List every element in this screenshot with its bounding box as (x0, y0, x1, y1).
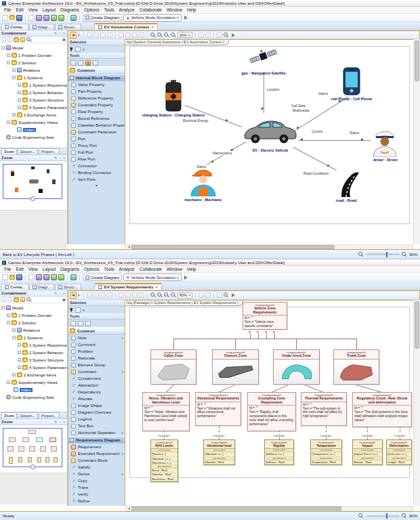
tree-item-supplementary-views[interactable]: +Supplementary Views (0, 118, 67, 126)
dock-tab-containment[interactable]: Conta... (1, 284, 28, 290)
tree-item-code-engineering-sets[interactable]: Code Engineering Sets (0, 393, 67, 401)
palette-item-rationale[interactable]: Rationale (68, 355, 125, 362)
palette-item-abstraction[interactable]: ↗Abstraction (68, 382, 125, 389)
menu-analyze[interactable]: Analyze (119, 267, 135, 272)
favorites-icon[interactable] (20, 37, 25, 42)
palette-more-icon[interactable]: ▼ (68, 183, 125, 188)
constraint-temperature[interactable]: «constraint» Temperature constraints {Te… (310, 439, 342, 465)
tree-item-relations[interactable]: +Relations (0, 66, 67, 74)
palette-item-constraint-property[interactable]: Constraint Property (68, 102, 125, 108)
cursor-icon[interactable] (70, 47, 74, 52)
palette-item-binding-connector[interactable]: ↗Binding Connector (68, 169, 125, 176)
tree-item-system-structure[interactable]: +3 System Structure (0, 96, 67, 104)
menu-window[interactable]: Window (167, 267, 182, 272)
title-bar[interactable]: Cameo Enterprise Architecture 19.0 - EV_… (0, 0, 420, 7)
req-vibrational-requirements[interactable]: «requirement» Vibrational Requirements I… (195, 392, 241, 426)
scroll-left-icon[interactable] (126, 506, 131, 511)
cut-icon[interactable] (36, 15, 42, 21)
menu-view[interactable]: View (28, 7, 38, 12)
zoom-in-icon[interactable] (150, 32, 156, 38)
settings-gear-icon[interactable] (217, 292, 222, 298)
menu-help[interactable]: Help (187, 267, 196, 272)
palette-item-problem[interactable]: Problem (68, 348, 125, 355)
tree-item-exchange-items[interactable]: +2 Exchange Items (0, 371, 67, 378)
req-crumpling-zone[interactable]: «requirement» Crumpling Zone Requirement… (247, 392, 296, 431)
print-icon[interactable] (28, 15, 35, 21)
dock-tab-containment[interactable]: Conta... (1, 24, 28, 30)
dock-tab-diagrams[interactable]: Diagr... (29, 24, 54, 30)
palette-item-satisfy[interactable]: ↗Satisfy (68, 464, 125, 471)
palette-item-trace[interactable]: ↗Trace (68, 484, 125, 491)
menu-diagrams[interactable]: Diagrams (60, 267, 79, 272)
zoom-level-select[interactable]: 80%▾ (177, 292, 192, 299)
palette-item-verify[interactable]: ↗Verify (68, 491, 125, 498)
palette-item-allocate[interactable]: ↗Allocate (68, 395, 125, 402)
copy-icon[interactable] (43, 15, 49, 21)
vertical-scrollbar[interactable] (413, 39, 420, 244)
tab-properties[interactable]: Propert... (39, 148, 60, 154)
zoom-out-icon[interactable] (358, 252, 364, 257)
layout-icon[interactable] (93, 32, 99, 38)
magnet-tool-icon[interactable] (78, 321, 83, 326)
tree-item-systems[interactable]: −1 Systems (0, 334, 67, 341)
node-charging-station[interactable] (164, 79, 183, 114)
tree-item-problem-domain[interactable]: +1 Problem Domain (0, 51, 67, 59)
palette-item-full-port[interactable]: Full Port (68, 149, 125, 156)
palette-item-derive[interactable]: ↗Derive▾ (68, 471, 125, 477)
show-diagrams-icon[interactable] (87, 292, 92, 298)
cursor-icon[interactable] (70, 307, 74, 313)
align-icon[interactable] (132, 32, 138, 38)
print-icon[interactable] (28, 274, 35, 280)
zoom-out-icon[interactable] (157, 32, 163, 38)
gear-icon[interactable]: ✱ (62, 37, 66, 42)
palette-item-extended-requirement[interactable]: Extended Requirement▾ (68, 450, 125, 457)
zoom-slider[interactable] (366, 253, 400, 255)
node-gps-satellite[interactable] (249, 45, 278, 71)
dock-tab-diagrams[interactable]: Diagr... (29, 284, 54, 290)
run-simulation-icon[interactable] (184, 276, 188, 280)
status-back-link[interactable]: Back to EV Lifecycle Phases ( Alt+Left ) (3, 253, 75, 257)
menu-help[interactable]: Help (187, 7, 196, 12)
text-tool-icon[interactable]: T (85, 60, 91, 66)
palette-item-requirement[interactable]: Requirement (68, 443, 125, 450)
req-nvh-level[interactable]: «requirement» Noise, Vibration and Harsh… (142, 392, 190, 431)
tab-zoom[interactable]: Zoom (1, 148, 17, 154)
sticky-tool-icon[interactable] (70, 321, 76, 326)
collaborate-icon[interactable] (70, 15, 77, 21)
back-icon[interactable] (70, 292, 77, 299)
constraint-deformation[interactable]: «constraint» Deformation constraints {De… (386, 439, 412, 465)
req-under-hood-zone[interactable]: «requirement» Under hood Zone (273, 349, 320, 385)
show-hide-icon[interactable] (205, 32, 211, 38)
copy-tool-icon[interactable] (100, 292, 106, 298)
palette-item-proxy-port[interactable]: Proxy Port (68, 142, 125, 149)
diagram-canvas-context[interactable]: ibd [System Context] Automotive [ EV Aut… (125, 39, 413, 244)
zoom-fit-icon[interactable] (164, 32, 169, 38)
palette-item-item-flow[interactable]: ↗Item Flow (68, 176, 125, 183)
palette-item-reference-property[interactable]: Reference Property (68, 95, 125, 102)
diagram-canvas-requirements[interactable]: req [Package] 1 System Requirements [ EV… (125, 300, 413, 506)
menu-layout[interactable]: Layout (43, 267, 56, 272)
scrollbar-thumb[interactable] (415, 301, 419, 349)
run-simulation-icon[interactable] (184, 16, 188, 20)
back-icon[interactable] (70, 32, 77, 39)
zoom-fit-icon[interactable] (164, 292, 169, 298)
tree-item-system-behavior[interactable]: +2 System Behavior (0, 349, 67, 356)
req-cabin-zone[interactable]: «requirement» Cabin Zone (150, 349, 196, 385)
settings-gear-icon[interactable] (217, 32, 222, 38)
simulation-combo[interactable]: ✕ Vehicle Mode Simulation ▾ (123, 14, 181, 22)
tree-item-model[interactable]: −Model (0, 44, 67, 51)
sticky-tool-icon[interactable] (70, 60, 76, 66)
req-chassis-zone[interactable]: «requirement» Chassis Zone (212, 349, 259, 385)
forward-icon[interactable] (78, 294, 81, 297)
tree-item-system-requirements[interactable]: +1 System Requirements (0, 341, 67, 349)
expand-icon[interactable] (1, 297, 6, 302)
zoom-thumbnail[interactable] (3, 428, 62, 467)
forward-icon[interactable] (78, 34, 81, 37)
palette-item-connector[interactable]: ↗Connector (68, 162, 125, 169)
tree-item-model[interactable]: −Model (0, 304, 67, 311)
constraint-nvh-levels[interactable]: «constraint» NVH Levels constraints {Noi… (150, 439, 178, 482)
text-style-icon[interactable] (119, 32, 124, 38)
palette-item-flow-property[interactable]: Flow Property (68, 108, 125, 115)
palette-section-ibd[interactable]: Internal Block Diagram (68, 74, 125, 81)
new-project-icon[interactable] (2, 274, 8, 280)
